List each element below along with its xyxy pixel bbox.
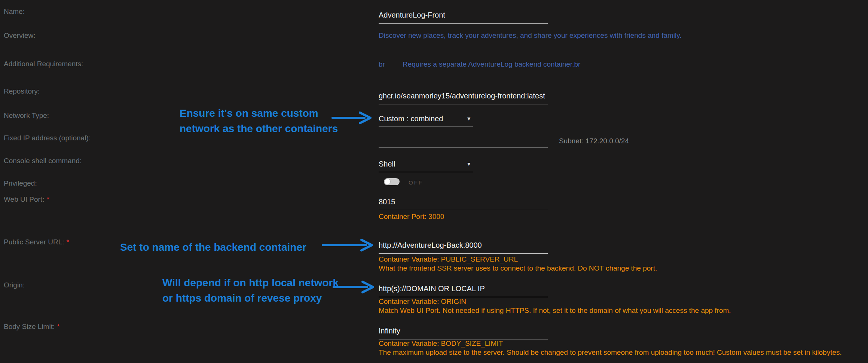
dropdown-caret-icon: ▼ — [466, 160, 471, 168]
body-size-limit-variable: Container Variable: BODY_SIZE_LIMIT — [379, 339, 503, 348]
web-ui-port-input[interactable] — [379, 198, 548, 210]
dropdown-caret-icon: ▼ — [466, 115, 471, 123]
console-shell-selected-value: Shell — [379, 160, 395, 168]
origin-annotation-arrow-icon — [333, 280, 377, 294]
repository-label: Repository: — [4, 87, 40, 95]
public-server-url-description: What the frontend SSR server uses to con… — [379, 264, 657, 272]
repository-input[interactable] — [379, 92, 548, 104]
required-asterisk: * — [67, 238, 69, 246]
web-ui-port-label-text: Web UI Port: — [4, 195, 44, 203]
body-size-limit-input[interactable] — [379, 327, 548, 339]
additional-requirements-prefix: br — [379, 60, 385, 68]
body-size-limit-label: Body Size Limit:* — [4, 323, 60, 331]
body-size-limit-label-text: Body Size Limit: — [4, 323, 55, 330]
origin-variable: Container Variable: ORIGIN — [379, 298, 466, 306]
network-type-select[interactable]: Custom : combined ▼ — [379, 115, 473, 127]
origin-annotation: Will depend if on http local network or … — [162, 275, 339, 306]
public-server-url-input[interactable] — [379, 241, 548, 254]
overview-text: Discover new places, track your adventur… — [379, 31, 682, 40]
network-annotation-line2: network as the other containers — [180, 121, 338, 136]
required-asterisk: * — [57, 323, 59, 330]
web-ui-port-label: Web UI Port:* — [4, 195, 49, 204]
container-edit-form: Name: Overview: Additional Requirements:… — [0, 0, 868, 363]
privileged-label: Privileged: — [4, 179, 37, 187]
web-ui-port-help: Container Port: 3000 — [379, 213, 444, 221]
public-url-annotation-line1: Set to name of the backend container — [120, 240, 306, 255]
network-annotation: Ensure it's on same custom network as th… — [180, 106, 338, 136]
body-size-limit-description: The maximum upload size to the server. S… — [379, 348, 842, 357]
privileged-toggle[interactable] — [384, 178, 400, 185]
public-server-url-label-text: Public Server URL: — [4, 238, 64, 246]
fixed-ip-input[interactable] — [379, 135, 548, 148]
additional-requirements-text: Requires a separate AdventureLog backend… — [403, 60, 580, 68]
network-type-label: Network Type: — [4, 112, 49, 120]
overview-label: Overview: — [4, 31, 35, 40]
additional-requirements-label: Additional Requirements: — [4, 60, 83, 68]
name-input[interactable] — [379, 11, 548, 24]
network-annotation-line1: Ensure it's on same custom — [180, 106, 338, 121]
origin-label: Origin: — [4, 281, 25, 289]
public-url-annotation: Set to name of the backend container — [120, 240, 306, 255]
origin-input[interactable] — [379, 284, 548, 297]
origin-annotation-line1: Will depend if on http local network — [162, 275, 339, 290]
name-label: Name: — [4, 7, 25, 16]
required-asterisk: * — [46, 195, 49, 203]
subnet-note: Subnet: 172.20.0.0/24 — [559, 137, 629, 145]
public-url-annotation-arrow-icon — [322, 238, 376, 252]
network-annotation-arrow-icon — [331, 111, 374, 125]
public-server-url-variable: Container Variable: PUBLIC_SERVER_URL — [379, 255, 518, 263]
console-shell-select[interactable]: Shell ▼ — [379, 160, 473, 172]
toggle-knob-icon — [385, 179, 390, 184]
origin-annotation-line2: or https domain of revese proxy — [162, 290, 339, 306]
fixed-ip-label: Fixed IP address (optional): — [4, 134, 91, 142]
privileged-toggle-state: OFF — [409, 179, 423, 186]
console-shell-command-label: Console shell command: — [4, 157, 82, 165]
origin-description: Match Web UI Port. Not needed if using H… — [379, 306, 731, 315]
public-server-url-label: Public Server URL:* — [4, 238, 69, 246]
network-type-selected-value: Custom : combined — [379, 115, 443, 123]
